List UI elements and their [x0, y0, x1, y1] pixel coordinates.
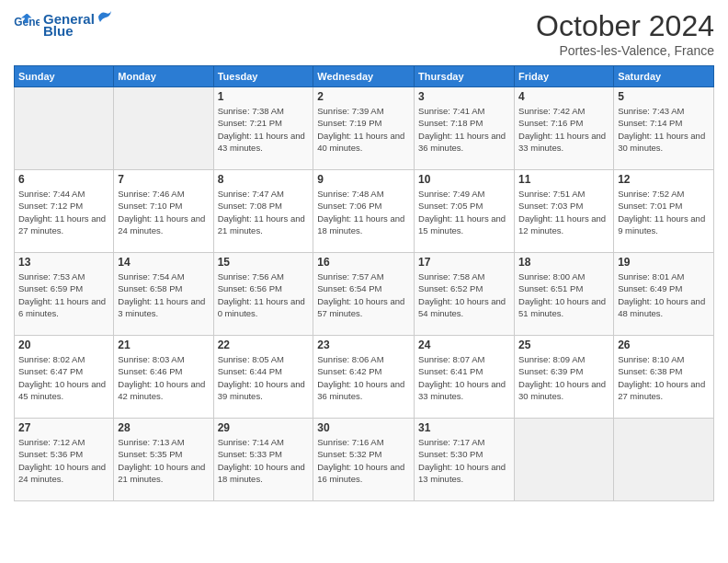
calendar-cell: 16 Sunrise: 7:57 AM Sunset: 6:54 PM Dayl…: [313, 253, 415, 336]
day-number: 13: [18, 256, 109, 269]
header-tuesday: Tuesday: [213, 66, 313, 87]
day-info: Sunrise: 8:06 AM Sunset: 6:42 PM Dayligh…: [317, 353, 410, 402]
day-info: Sunrise: 7:56 AM Sunset: 6:56 PM Dayligh…: [218, 270, 310, 319]
calendar-cell: 7 Sunrise: 7:46 AM Sunset: 7:10 PM Dayli…: [114, 170, 213, 253]
calendar-cell: 10 Sunrise: 7:49 AM Sunset: 7:05 PM Dayl…: [415, 170, 515, 253]
day-info: Sunrise: 7:47 AM Sunset: 7:08 PM Dayligh…: [218, 188, 310, 236]
day-number: 26: [618, 339, 710, 351]
calendar-cell: 17 Sunrise: 7:58 AM Sunset: 6:52 PM Dayl…: [415, 253, 515, 336]
calendar-week-row: 6 Sunrise: 7:44 AM Sunset: 7:12 PM Dayli…: [15, 170, 714, 253]
day-number: 4: [518, 90, 609, 103]
calendar-cell: 6 Sunrise: 7:44 AM Sunset: 7:12 PM Dayli…: [15, 170, 114, 253]
day-number: 15: [218, 256, 310, 269]
calendar-week-row: 27 Sunrise: 7:12 AM Sunset: 5:36 PM Dayl…: [15, 419, 714, 501]
day-info: Sunrise: 7:57 AM Sunset: 6:54 PM Dayligh…: [317, 270, 410, 319]
calendar-cell: 27 Sunrise: 7:12 AM Sunset: 5:36 PM Dayl…: [15, 419, 114, 501]
calendar-page: General General Blue October 2024 Portes…: [0, 0, 728, 563]
day-info: Sunrise: 8:02 AM Sunset: 6:47 PM Dayligh…: [18, 353, 109, 402]
calendar-week-row: 1 Sunrise: 7:38 AM Sunset: 7:21 PM Dayli…: [15, 87, 714, 170]
calendar-cell: 12 Sunrise: 7:52 AM Sunset: 7:01 PM Dayl…: [614, 170, 714, 253]
day-info: Sunrise: 7:38 AM Sunset: 7:21 PM Dayligh…: [218, 105, 310, 154]
day-info: Sunrise: 7:46 AM Sunset: 7:10 PM Dayligh…: [118, 188, 209, 236]
calendar-cell: 28 Sunrise: 7:13 AM Sunset: 5:35 PM Dayl…: [114, 419, 213, 501]
day-info: Sunrise: 7:39 AM Sunset: 7:19 PM Dayligh…: [317, 105, 410, 154]
title-area: October 2024 Portes-les-Valence, France: [536, 9, 714, 58]
day-info: Sunrise: 7:52 AM Sunset: 7:01 PM Dayligh…: [618, 188, 710, 236]
day-number: 11: [518, 173, 609, 186]
day-info: Sunrise: 7:12 AM Sunset: 5:36 PM Dayligh…: [18, 436, 109, 485]
calendar-week-row: 13 Sunrise: 7:53 AM Sunset: 6:59 PM Dayl…: [15, 253, 714, 336]
month-title: October 2024: [536, 9, 714, 43]
weekday-header-row: Sunday Monday Tuesday Wednesday Thursday…: [15, 66, 714, 87]
day-info: Sunrise: 7:17 AM Sunset: 5:30 PM Dayligh…: [418, 436, 510, 485]
calendar-cell: 8 Sunrise: 7:47 AM Sunset: 7:08 PM Dayli…: [213, 170, 313, 253]
day-info: Sunrise: 8:03 AM Sunset: 6:46 PM Dayligh…: [118, 353, 209, 402]
day-number: 10: [418, 173, 510, 186]
day-number: 1: [218, 90, 310, 103]
day-number: 3: [418, 90, 510, 103]
header: General General Blue October 2024 Portes…: [14, 9, 714, 58]
day-info: Sunrise: 8:07 AM Sunset: 6:41 PM Dayligh…: [418, 353, 510, 402]
header-sunday: Sunday: [15, 66, 114, 87]
calendar-cell: [614, 419, 714, 501]
calendar-cell: 21 Sunrise: 8:03 AM Sunset: 6:46 PM Dayl…: [114, 336, 213, 419]
day-info: Sunrise: 7:48 AM Sunset: 7:06 PM Dayligh…: [317, 188, 410, 236]
calendar-cell: 1 Sunrise: 7:38 AM Sunset: 7:21 PM Dayli…: [213, 87, 313, 170]
header-monday: Monday: [114, 66, 213, 87]
day-number: 31: [418, 421, 510, 434]
day-info: Sunrise: 8:05 AM Sunset: 6:44 PM Dayligh…: [218, 353, 310, 402]
logo: General General Blue: [14, 9, 113, 39]
header-wednesday: Wednesday: [313, 66, 415, 87]
logo-bird-icon: [97, 9, 113, 24]
calendar-cell: 4 Sunrise: 7:42 AM Sunset: 7:16 PM Dayli…: [515, 87, 614, 170]
calendar-cell: 23 Sunrise: 8:06 AM Sunset: 6:42 PM Dayl…: [313, 336, 415, 419]
calendar-cell: 9 Sunrise: 7:48 AM Sunset: 7:06 PM Dayli…: [313, 170, 415, 253]
header-saturday: Saturday: [614, 66, 714, 87]
calendar-cell: 31 Sunrise: 7:17 AM Sunset: 5:30 PM Dayl…: [415, 419, 515, 501]
day-number: 6: [18, 173, 109, 186]
day-number: 16: [317, 256, 410, 269]
header-thursday: Thursday: [415, 66, 515, 87]
location: Portes-les-Valence, France: [536, 43, 714, 58]
calendar-cell: 11 Sunrise: 7:51 AM Sunset: 7:03 PM Dayl…: [515, 170, 614, 253]
calendar-cell: 2 Sunrise: 7:39 AM Sunset: 7:19 PM Dayli…: [313, 87, 415, 170]
day-number: 2: [317, 90, 410, 103]
logo-icon: General: [14, 14, 40, 34]
day-info: Sunrise: 8:10 AM Sunset: 6:38 PM Dayligh…: [618, 353, 710, 402]
day-info: Sunrise: 8:01 AM Sunset: 6:49 PM Dayligh…: [618, 270, 710, 319]
day-number: 8: [218, 173, 310, 186]
calendar-cell: 18 Sunrise: 8:00 AM Sunset: 6:51 PM Dayl…: [515, 253, 614, 336]
calendar-cell: 25 Sunrise: 8:09 AM Sunset: 6:39 PM Dayl…: [515, 336, 614, 419]
day-info: Sunrise: 7:53 AM Sunset: 6:59 PM Dayligh…: [18, 270, 109, 319]
day-number: 24: [418, 339, 510, 351]
calendar-cell: 14 Sunrise: 7:54 AM Sunset: 6:58 PM Dayl…: [114, 253, 213, 336]
calendar-cell: 20 Sunrise: 8:02 AM Sunset: 6:47 PM Dayl…: [15, 336, 114, 419]
calendar-cell: 24 Sunrise: 8:07 AM Sunset: 6:41 PM Dayl…: [415, 336, 515, 419]
day-info: Sunrise: 7:41 AM Sunset: 7:18 PM Dayligh…: [418, 105, 510, 154]
calendar-cell: 3 Sunrise: 7:41 AM Sunset: 7:18 PM Dayli…: [415, 87, 515, 170]
calendar-cell: 19 Sunrise: 8:01 AM Sunset: 6:49 PM Dayl…: [614, 253, 714, 336]
day-number: 29: [218, 421, 310, 434]
calendar-cell: [15, 87, 114, 170]
day-number: 17: [418, 256, 510, 269]
day-number: 5: [618, 90, 710, 103]
calendar-cell: 5 Sunrise: 7:43 AM Sunset: 7:14 PM Dayli…: [614, 87, 714, 170]
calendar-cell: 26 Sunrise: 8:10 AM Sunset: 6:38 PM Dayl…: [614, 336, 714, 419]
day-info: Sunrise: 7:49 AM Sunset: 7:05 PM Dayligh…: [418, 188, 510, 236]
day-info: Sunrise: 7:58 AM Sunset: 6:52 PM Dayligh…: [418, 270, 510, 319]
day-info: Sunrise: 7:54 AM Sunset: 6:58 PM Dayligh…: [118, 270, 209, 319]
calendar-cell: 22 Sunrise: 8:05 AM Sunset: 6:44 PM Dayl…: [213, 336, 313, 419]
calendar-cell: [515, 419, 614, 501]
header-friday: Friday: [515, 66, 614, 87]
day-number: 7: [118, 173, 209, 186]
day-info: Sunrise: 7:13 AM Sunset: 5:35 PM Dayligh…: [118, 436, 209, 485]
day-number: 22: [218, 339, 310, 351]
day-number: 18: [518, 256, 609, 269]
day-number: 21: [118, 339, 209, 351]
calendar-cell: [114, 87, 213, 170]
day-number: 30: [317, 421, 410, 434]
calendar-cell: 29 Sunrise: 7:14 AM Sunset: 5:33 PM Dayl…: [213, 419, 313, 501]
calendar-cell: 30 Sunrise: 7:16 AM Sunset: 5:32 PM Dayl…: [313, 419, 415, 501]
day-info: Sunrise: 7:44 AM Sunset: 7:12 PM Dayligh…: [18, 188, 109, 236]
day-info: Sunrise: 7:51 AM Sunset: 7:03 PM Dayligh…: [518, 188, 609, 236]
